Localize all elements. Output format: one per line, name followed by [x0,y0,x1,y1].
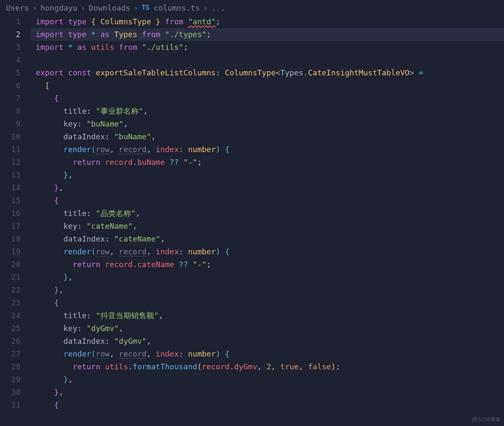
chevron-right-icon: › [81,3,86,12]
line-number[interactable]: 15 [0,194,20,207]
line-number[interactable]: 18 [0,233,20,245]
line-number[interactable]: 30 [0,386,20,399]
code-line[interactable]: { [31,92,504,105]
line-number[interactable]: 7 [0,92,20,105]
code-line[interactable]: title: "抖音当期销售额", [31,309,504,322]
code-line[interactable]: }, [31,169,504,181]
code-line[interactable]: render(row, record, index: number) { [31,245,504,258]
line-number[interactable]: 3 [0,41,20,54]
line-number[interactable]: 2 [0,28,20,41]
code-line[interactable] [31,54,504,66]
line-number[interactable]: 29 [0,373,20,386]
code-line[interactable]: }, [31,373,504,386]
code-line[interactable]: key: "cateName", [31,220,504,233]
line-number[interactable]: 31 [0,399,20,412]
chevron-right-icon: › [32,3,37,12]
code-line[interactable]: return record.buName ?? "-"; [31,156,504,169]
watermark: @51CTO博客 [472,416,501,423]
code-line[interactable]: { [31,194,504,207]
code-line[interactable]: }, [31,181,504,194]
line-number[interactable]: 25 [0,322,20,335]
line-number[interactable]: 26 [0,335,20,348]
code-line[interactable]: key: "buName", [31,118,504,130]
code-line[interactable]: { [31,399,504,412]
line-number[interactable]: 14 [0,181,20,194]
line-number[interactable]: 12 [0,156,20,169]
code-line[interactable]: dataIndex: "cateName", [31,233,504,245]
line-number[interactable]: 4 [0,54,20,66]
ts-file-icon: TS [142,4,149,12]
line-number[interactable]: 16 [0,207,20,220]
line-number[interactable]: 24 [0,309,20,322]
line-number[interactable]: 28 [0,360,20,373]
code-line[interactable]: import * as utils from "./utils"; [31,41,504,54]
line-number[interactable]: 27 [0,348,20,360]
line-number[interactable]: 23 [0,296,20,309]
line-number[interactable]: 17 [0,220,20,233]
code-line[interactable]: title: "事业群名称", [31,105,504,118]
line-number[interactable]: 1 [0,15,20,28]
code-line[interactable]: key: "dyGmv", [31,322,504,335]
chevron-right-icon: › [203,3,208,12]
code-line[interactable]: [ [31,79,504,92]
code-editor[interactable]: 1234567891011121314151617181920212223242… [0,15,504,426]
line-number[interactable]: 10 [0,130,20,143]
line-number[interactable]: 9 [0,118,20,130]
line-gutter: 1234567891011121314151617181920212223242… [0,15,31,426]
line-number[interactable]: 5 [0,66,20,79]
breadcrumb-segment[interactable]: Users [6,3,29,12]
code-line[interactable]: render(row, record, index: number) { [31,348,504,360]
code-line[interactable]: title: "品类名称", [31,207,504,220]
chevron-right-icon: › [134,3,138,12]
breadcrumb-segment[interactable]: hongdayu [40,3,77,12]
breadcrumb-segment[interactable]: Downloads [89,3,131,12]
line-number[interactable]: 19 [0,245,20,258]
code-line[interactable]: export const exportSaleTableListColumns:… [31,66,504,79]
code-line[interactable]: { [31,296,504,309]
code-line[interactable]: }, [31,284,504,296]
code-line[interactable]: render(row, record, index: number) { [31,143,504,156]
code-line[interactable]: }, [31,386,504,399]
code-line[interactable]: dataIndex: "buName", [31,130,504,143]
code-area[interactable]: import type { ColumnsType } from "antd";… [31,15,504,426]
line-number[interactable]: 22 [0,284,20,296]
code-line[interactable]: return utils.formatThousand(record.dyGmv… [31,360,504,373]
line-number[interactable]: 21 [0,271,20,284]
line-number[interactable]: 13 [0,169,20,181]
code-line[interactable]: dataIndex: "dyGmv", [31,335,504,348]
code-line[interactable]: }, [31,271,504,284]
code-line[interactable]: import type { ColumnsType } from "antd"; [31,15,504,28]
line-number[interactable]: 11 [0,143,20,156]
breadcrumb: Users › hongdayu › Downloads › TS column… [0,0,504,15]
breadcrumb-overflow[interactable]: ... [211,3,225,12]
line-number[interactable]: 8 [0,105,20,118]
code-line[interactable]: return record.cateName ?? "-"; [31,258,504,271]
code-line[interactable]: import type * as Types from "./types"; [31,28,504,41]
line-number[interactable]: 6 [0,79,20,92]
line-number[interactable]: 20 [0,258,20,271]
breadcrumb-file[interactable]: columns.ts [154,3,200,12]
